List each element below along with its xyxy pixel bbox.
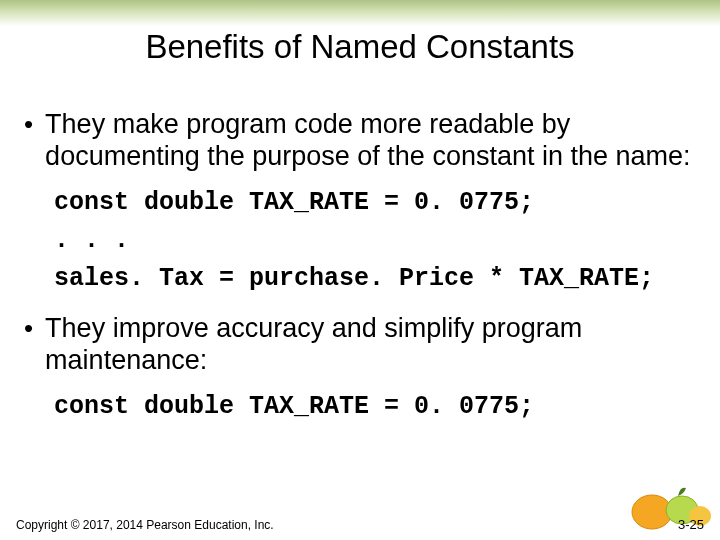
code-line: . . . <box>54 222 706 260</box>
bullet-marker: • <box>24 108 33 140</box>
bullet-item: • They make program code more readable b… <box>22 108 706 172</box>
bullet-text: They improve accuracy and simplify progr… <box>45 312 706 376</box>
code-block-2: const double TAX_RATE = 0. 0775; <box>54 388 706 426</box>
code-line: const double TAX_RATE = 0. 0775; <box>54 184 706 222</box>
bullet-item: • They improve accuracy and simplify pro… <box>22 312 706 376</box>
code-block-1: const double TAX_RATE = 0. 0775; . . . s… <box>54 184 706 298</box>
code-line: const double TAX_RATE = 0. 0775; <box>54 388 706 426</box>
slide-number: 3-25 <box>678 517 704 532</box>
slide-body: • They make program code more readable b… <box>22 108 706 440</box>
header-gradient <box>0 0 720 26</box>
footer: Copyright © 2017, 2014 Pearson Education… <box>16 517 704 532</box>
code-line: sales. Tax = purchase. Price * TAX_RATE; <box>54 260 706 298</box>
bullet-marker: • <box>24 312 33 344</box>
copyright-text: Copyright © 2017, 2014 Pearson Education… <box>16 518 274 532</box>
bullet-text: They make program code more readable by … <box>45 108 706 172</box>
slide-title: Benefits of Named Constants <box>0 28 720 66</box>
